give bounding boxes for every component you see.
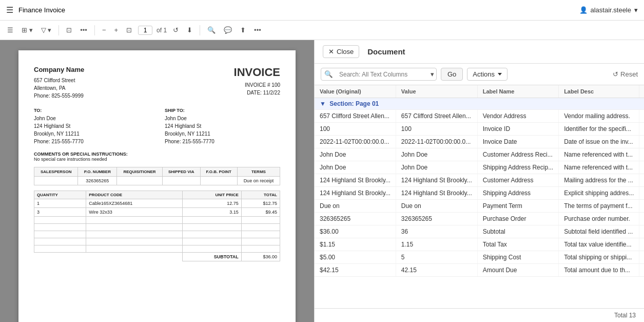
table-row: John Doe John Doe Shipping Address Recip… <box>315 161 644 174</box>
item-code-1: Cable165XZ3654681 <box>86 199 182 208</box>
cell-value: 5 <box>396 251 477 264</box>
item-total-2: $9.45 <box>241 208 280 217</box>
item-unit-1: 12.75 <box>182 199 241 208</box>
search-input[interactable] <box>336 69 428 80</box>
table-header-row: Value (Original) Value Label Name Label … <box>315 85 644 98</box>
cell-value-orig: $36.00 <box>315 225 396 238</box>
toolbar-divider-2 <box>94 25 95 35</box>
document-viewer: Company Name 657 Clifford Street Allento… <box>0 40 314 322</box>
subtotal-label: SUBTOTAL <box>182 253 241 261</box>
ship-addr: 124 Highland St <box>165 122 280 130</box>
zoom-in-button[interactable]: + <box>112 25 121 35</box>
table-row: John Doe John Doe Customer Address Reci.… <box>315 148 644 161</box>
actions-chevron-icon <box>498 73 502 75</box>
comments-section: COMMENTS OR SPECIAL INSTRUCTIONS: No spe… <box>34 151 280 162</box>
cell-value: 2022-11-02T00:00:00.0... <box>396 136 477 148</box>
overflow-menu-button[interactable]: ••• <box>252 25 263 35</box>
comments-label: COMMENTS OR SPECIAL INSTRUCTIONS: <box>34 151 280 157</box>
panel-footer: Total 13 <box>315 308 644 322</box>
menu-icon[interactable]: ☰ <box>6 5 13 15</box>
item-row-empty-5 <box>34 245 280 253</box>
toolbar-divider-3 <box>200 25 200 35</box>
go-button[interactable]: Go <box>441 68 463 81</box>
page-number-input[interactable]: 1 <box>138 26 152 35</box>
item-row-empty-4 <box>34 238 280 245</box>
app-title: Finance Invoice <box>18 6 65 14</box>
col-product-code: PRODUCT CODE <box>86 191 182 199</box>
cell-label-name: Total Tax <box>477 238 558 251</box>
table-row: $1.15 1.15 Total Tax Total tax value ide… <box>315 238 644 251</box>
reset-button[interactable]: ↺ Reset <box>613 70 638 78</box>
cell-confidence: 99.2 <box>639 238 644 251</box>
reset-label: Reset <box>620 70 638 78</box>
bill-to-section: TO: John Doe 124 Highland St Brooklyn, N… <box>34 108 149 145</box>
actions-button[interactable]: Actions <box>467 68 508 81</box>
to-label: TO: <box>34 108 149 113</box>
order-shipped-via <box>162 177 200 185</box>
user-menu[interactable]: 👤 alastair.steele ▾ <box>579 6 638 14</box>
cell-confidence: 88.9 <box>639 225 644 238</box>
view-button[interactable]: ⊡ <box>64 25 74 35</box>
fit-button[interactable]: ⊡ <box>124 25 134 35</box>
item-unit-2: 3.15 <box>182 208 241 217</box>
cell-label-name: Shipping Address <box>477 187 558 200</box>
filter2-button[interactable]: ▽ ▾ <box>39 25 54 35</box>
order-table: SALESPERSON P.O. NUMBER REQUISITIONER SH… <box>34 167 280 185</box>
invoice-page: Company Name 657 Clifford Street Allento… <box>18 50 296 322</box>
sidebar-toggle-button[interactable]: ☰ <box>5 25 15 35</box>
actions-label: Actions <box>473 70 495 78</box>
to-city: Brooklyn, NY 11211 <box>34 130 149 138</box>
more-options-button[interactable]: ••• <box>78 25 89 35</box>
total-label: Total 13 <box>614 312 636 319</box>
item-code-2: Wire 32x33 <box>86 208 182 217</box>
panel-title: Document <box>367 47 405 56</box>
share-button[interactable]: ⬆ <box>238 25 248 35</box>
item-row-empty-3 <box>34 231 280 238</box>
cell-label-name: Customer Address <box>477 174 558 187</box>
col-po-number: P.O. NUMBER <box>78 167 117 177</box>
cell-value: John Doe <box>396 148 477 161</box>
search-chevron-icon[interactable]: ▾ <box>428 68 436 80</box>
search-toolbar-button[interactable]: 🔍 <box>205 25 218 35</box>
order-requisitioner <box>117 177 163 185</box>
col-terms: TERMS <box>237 167 280 177</box>
close-button[interactable]: ✕ Close <box>323 45 359 58</box>
cell-label-desc: Name referenced with t... <box>559 161 639 174</box>
col-salesperson: SALESPERSON <box>34 167 78 177</box>
ship-phone: Phone: 215-555-7770 <box>165 138 280 145</box>
invoice-meta: INVOICE # 100 DATE: 11/2/22 <box>234 81 280 97</box>
cell-value-orig: $5.00 <box>315 251 396 264</box>
rotate-button[interactable]: ↺ <box>171 25 181 35</box>
user-chevron-icon: ▾ <box>634 6 638 14</box>
cell-value: 124 Highland St Brookly... <box>396 174 477 187</box>
cell-label-desc: Purchase order number. <box>559 213 639 225</box>
invoice-header: Company Name 657 Clifford Street Allento… <box>34 66 280 100</box>
table-row: 124 Highland St Brookly... 124 Highland … <box>315 174 644 187</box>
cell-value: 36 <box>396 225 477 238</box>
order-terms: Due on receipt <box>237 177 280 185</box>
reset-icon: ↺ <box>613 70 618 78</box>
cell-value-orig: 657 Clifford Street Allen... <box>315 110 396 123</box>
cell-value-orig: 100 <box>315 123 396 136</box>
comment-button[interactable]: 💬 <box>222 25 234 35</box>
item-qty-1: 1 <box>34 199 86 208</box>
user-icon: 👤 <box>579 6 588 14</box>
cell-label-desc: Total shipping or shippi... <box>559 251 639 264</box>
cell-label-name: Purchase Order <box>477 213 558 225</box>
username: alastair.steele <box>591 6 632 14</box>
zoom-out-button[interactable]: − <box>100 25 108 35</box>
company-info: Company Name 657 Clifford Street Allento… <box>34 66 84 100</box>
invoice-title-section: INVOICE INVOICE # 100 DATE: 11/2/22 <box>234 66 280 97</box>
search-icon-button[interactable]: 🔍 <box>321 68 336 80</box>
to-content: John Doe 124 Highland St Brooklyn, NY 11… <box>34 115 149 145</box>
item-row-1: 1 Cable165XZ3654681 12.75 $12.75 <box>34 199 280 208</box>
download-button[interactable]: ⬇ <box>185 25 194 35</box>
filter-button[interactable]: ⊞ ▾ <box>19 25 35 35</box>
panel-toolbar: 🔍 ▾ Go Actions ↺ Reset <box>315 64 644 85</box>
invoice-date: DATE: 11/2/22 <box>234 89 280 97</box>
close-x-icon: ✕ <box>328 48 334 55</box>
cell-label-name: Invoice ID <box>477 123 558 136</box>
cell-value-orig: 326365265 <box>315 213 396 225</box>
item-row-empty-1 <box>34 217 280 224</box>
table-row: 124 Highland St Brookly... 124 Highland … <box>315 187 644 200</box>
